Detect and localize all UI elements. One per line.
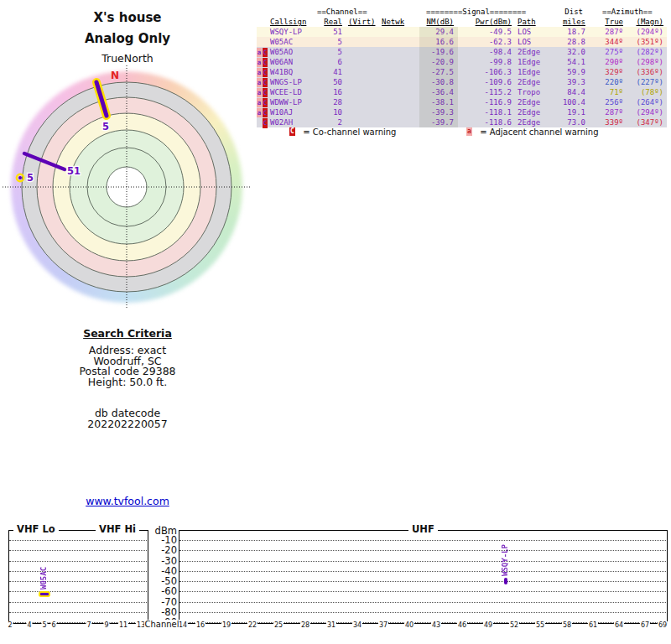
cell-callsign: W10AJ	[270, 107, 329, 117]
dbm-gridline	[9, 561, 147, 562]
cell-miles: 59.9	[544, 67, 585, 77]
cell-miles: 54.1	[544, 57, 585, 67]
table-row: aCWCEE-LD16-36.4-115.2Tropo84.471º(78º)	[257, 87, 667, 97]
cell-true-azimuth: 287º	[590, 107, 623, 117]
dbm-gridline	[9, 581, 147, 582]
cell-miles: 84.4	[544, 87, 585, 97]
channel-tick-label: 40	[404, 621, 414, 629]
dbm-gridline	[9, 591, 147, 592]
cell-real-channel: 5	[324, 47, 342, 57]
dbm-gridline	[9, 602, 147, 603]
cell-pwr-dbm: -109.6	[461, 77, 512, 87]
channel-axis-title: Channel	[144, 620, 179, 629]
channel-tick-label: 58	[562, 621, 572, 629]
cell-true-azimuth: 287º	[590, 27, 623, 37]
channel-tick-label: 34	[352, 621, 362, 629]
cell-magnetic-azimuth: (282º)	[627, 47, 663, 57]
table-header-groups: ==Channel== ========Signal======== Dist …	[257, 7, 667, 17]
header-magn: (Magn)	[627, 17, 663, 27]
header-nm: NM(dB)	[412, 17, 454, 27]
tvfool-link[interactable]: www.tvfool.com	[86, 495, 169, 507]
dbm-gridline	[179, 612, 666, 613]
dbm-tick-label: -60	[143, 586, 177, 596]
cell-real-channel: 50	[324, 77, 342, 87]
header-pwr: Pwr(dBm)	[461, 17, 512, 27]
cell-pwr-dbm: -99.8	[461, 57, 512, 67]
table-row: WSQY-LP5129.4-49.5LOS18.7287º(294º)	[257, 27, 667, 37]
signal-label-w05ac: W05AC	[39, 549, 49, 589]
cell-magnetic-azimuth: (351º)	[627, 37, 663, 47]
dbm-gridline	[179, 550, 666, 551]
signal-tick-w05ac	[39, 591, 50, 597]
cell-pwr-dbm: -62.3	[461, 37, 512, 47]
dbm-gridline	[179, 561, 666, 562]
cell-magnetic-azimuth: (227º)	[627, 77, 663, 87]
footer-link-wrap: www.tvfool.com	[0, 495, 255, 507]
cell-pwr-dbm: -98.4	[461, 47, 512, 57]
cell-nm-db: -19.6	[412, 47, 454, 57]
dbm-gridline	[179, 571, 666, 572]
channel-tick-label: 52	[509, 621, 519, 629]
header-dist-group: Dist	[562, 7, 583, 17]
table-row: aCW10AJ10-39.3-118.12Edge19.1287º(294º)	[257, 107, 667, 117]
dbm-gridline	[179, 591, 666, 592]
channel-tick-label: 55	[535, 621, 545, 629]
polar-signal-plot: N 5 51 5	[0, 61, 252, 313]
cell-callsign: W41BQ	[270, 67, 329, 77]
channel-tick-label: 67	[640, 621, 650, 629]
cell-real-channel: 28	[324, 97, 342, 107]
cell-magnetic-azimuth: (78º)	[627, 87, 663, 97]
cell-real-channel: 6	[324, 57, 342, 67]
polar-channel-label-5: 5	[102, 121, 109, 132]
cell-callsign: W05AC	[270, 37, 329, 47]
warning-legend: C = Co-channel warning a = Adjacent chan…	[257, 127, 667, 138]
cell-callsign: WCEE-LD	[270, 87, 329, 97]
legend-co-channel: C = Co-channel warning	[289, 127, 396, 137]
cell-pwr-dbm: -116.9	[461, 97, 512, 107]
channel-tick-label: 49	[483, 621, 493, 629]
channel-tick-label: 16	[195, 621, 205, 629]
uhf-label: UHF	[408, 524, 438, 535]
vhf-panel	[8, 530, 148, 624]
table-row: aCW05AO5-19.6-98.42Edge32.0275º(282º)	[257, 47, 667, 57]
polar-title: X's house	[0, 10, 255, 25]
cell-miles: 28.8	[544, 37, 585, 47]
channel-tick-label: 61	[588, 621, 598, 629]
channel-tick-label: 4	[26, 621, 32, 629]
channel-tick-label: 19	[221, 621, 231, 629]
header-real: Real	[324, 17, 342, 27]
uhf-panel	[179, 530, 668, 624]
table-row: aCWDWW-LP28-38.1-116.92Edge100.4256º(264…	[257, 97, 667, 107]
cell-real-channel: 5	[324, 37, 342, 47]
channel-tick-label: 25	[273, 621, 283, 629]
cell-real-channel: 10	[324, 107, 342, 117]
cell-nm-db: -30.8	[412, 77, 454, 87]
header-azimuth-group: ==Azimuth==	[602, 7, 653, 17]
dbm-gridline	[179, 602, 666, 603]
cell-nm-db: 29.4	[412, 27, 454, 37]
cell-real-channel: 41	[324, 67, 342, 77]
north-marker-label: N	[111, 70, 119, 81]
channel-tick-label: 11	[118, 621, 128, 629]
channel-tick-label: 31	[326, 621, 336, 629]
cell-true-azimuth: 71º	[590, 87, 623, 97]
tvfool-report-page: X's house Analog Only TrueNorth N 5 51 5…	[0, 0, 671, 644]
cell-miles: 18.7	[544, 27, 585, 37]
cell-nm-db: 16.6	[412, 37, 454, 47]
header-virt: (Virt)	[348, 17, 377, 27]
cell-true-azimuth: 256º	[590, 97, 623, 107]
signal-table: ==Channel== ========Signal======== Dist …	[257, 7, 667, 129]
header-netwk: Netwk	[382, 17, 408, 27]
cell-miles: 19.1	[544, 107, 585, 117]
table-row: aCWNGS-LP50-30.8-109.62Edge39.3220º(227º…	[257, 77, 667, 87]
channel-tick-label: 46	[457, 621, 467, 629]
dbm-gridline	[9, 540, 147, 541]
signal-dot-w05ao	[18, 176, 22, 179]
polar-channel-label-5b: 5	[27, 172, 34, 184]
table-row: W05AC516.6-62.3LOS28.8344º(351º)	[257, 37, 667, 47]
channel-tick-label: 2	[7, 621, 13, 629]
table-header-columns: Callsign Real (Virt) Netwk NM(dB) Pwr(dB…	[257, 17, 667, 27]
cell-true-azimuth: 275º	[590, 47, 623, 57]
dbm-gridline	[9, 571, 147, 572]
cell-nm-db: -20.9	[412, 57, 454, 67]
